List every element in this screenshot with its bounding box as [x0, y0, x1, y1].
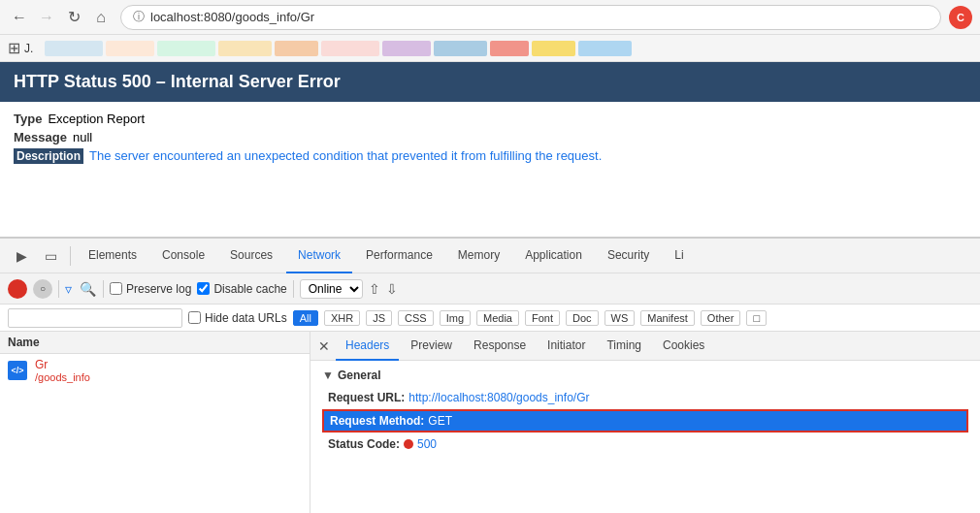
tab-elements[interactable]: Elements [77, 239, 148, 273]
forward-button[interactable]: → [35, 6, 58, 29]
filter-type-font[interactable]: Font [525, 310, 560, 326]
filter-type-other[interactable]: Other [701, 310, 741, 326]
filter-type-ws[interactable]: WS [604, 310, 636, 326]
browser-toolbar: ← → ↻ ⌂ ⓘ localhost:8080/goods_info/Gr C [0, 0, 980, 35]
details-content: ▼ General Request URL: http://localhost:… [310, 361, 980, 513]
chrome-icon: C [949, 6, 972, 29]
message-label: Message [14, 130, 67, 144]
message-value: null [73, 130, 92, 144]
filter-input[interactable] [8, 308, 182, 328]
error-title: HTTP Status 500 – Internal Server Error [14, 72, 341, 91]
toolbar-separator-2 [103, 280, 104, 298]
toolbar-separator-3 [293, 280, 294, 298]
tab-sources[interactable]: Sources [218, 239, 284, 273]
tab-lighthouse[interactable]: Li [663, 239, 695, 273]
filter-type-all[interactable]: All [293, 310, 318, 326]
filter-type-js[interactable]: JS [366, 310, 392, 326]
status-code-row: Status Code: 500 [322, 434, 968, 454]
bookmark-block [275, 41, 318, 56]
network-table: Name </> Gr /goods_info ✕ Headers P [0, 332, 980, 513]
devtools-network-toolbar: ○ ▿ 🔍 Preserve log Disable cache Online … [0, 273, 980, 305]
detail-tab-cookies[interactable]: Cookies [653, 332, 714, 361]
filter-type-css[interactable]: CSS [398, 310, 434, 326]
filter-bar: Hide data URLs All XHR JS CSS Img Media … [0, 305, 980, 332]
collapse-arrow[interactable]: ▼ [322, 369, 334, 382]
back-button[interactable]: ← [8, 6, 31, 29]
hide-data-urls-label[interactable]: Hide data URLs [188, 311, 287, 325]
preserve-log-label[interactable]: Preserve log [110, 282, 191, 296]
bookmark-block [490, 41, 529, 56]
network-details-panel: ✕ Headers Preview Response Initiator Tim… [310, 332, 980, 513]
bookmark-label: J. [24, 42, 33, 55]
bookmark-bar: ⊞ J. [0, 35, 980, 62]
status-dot [404, 439, 413, 449]
error-header: HTTP Status 500 – Internal Server Error [0, 62, 980, 102]
throttling-select[interactable]: Online [300, 279, 363, 299]
request-url-value: http://localhost:8080/goods_info/Gr [408, 391, 589, 404]
bookmark-block [157, 41, 215, 56]
clear-button[interactable]: ○ [33, 279, 52, 299]
filter-type-manifest[interactable]: Manifest [640, 310, 695, 326]
status-code-label: Status Code: [328, 437, 400, 451]
file-info: Gr /goods_info [35, 358, 90, 383]
detail-tab-initiator[interactable]: Initiator [538, 332, 595, 361]
close-details-button[interactable]: ✕ [314, 337, 334, 356]
apps-icon[interactable]: ⊞ [8, 39, 20, 57]
tab-network[interactable]: Network [286, 239, 352, 273]
request-url-label: Request URL: [328, 391, 405, 404]
tab-security[interactable]: Security [596, 239, 661, 273]
request-method-value: GET [428, 414, 452, 428]
bookmark-block [382, 41, 431, 56]
search-button[interactable]: 🔍 [78, 279, 97, 299]
filter-icon: ▿ [65, 281, 72, 297]
tab-memory[interactable]: Memory [446, 239, 511, 273]
hide-data-urls-checkbox[interactable] [188, 311, 201, 324]
description-value: The server encountered an unexpected con… [89, 148, 602, 163]
description-line: Description The server encountered an un… [14, 148, 966, 164]
tab-performance[interactable]: Performance [354, 239, 444, 273]
filter-type-extra[interactable]: □ [746, 310, 767, 326]
preserve-log-checkbox[interactable] [110, 282, 122, 295]
type-label: Type [14, 112, 42, 126]
detail-tab-preview[interactable]: Preview [401, 332, 462, 361]
filter-type-xhr[interactable]: XHR [324, 310, 360, 326]
error-body: Type Exception Report Message null Descr… [0, 102, 980, 177]
inspect-element-button[interactable]: ▶ [8, 242, 35, 270]
nav-buttons: ← → ↻ ⌂ [8, 6, 113, 29]
disable-cache-label[interactable]: Disable cache [197, 282, 286, 296]
bookmark-block [532, 41, 575, 56]
address-bar[interactable]: ⓘ localhost:8080/goods_info/Gr [120, 5, 941, 30]
disable-cache-checkbox[interactable] [197, 282, 210, 295]
bookmark-color-blocks [45, 41, 972, 56]
filter-type-doc[interactable]: Doc [566, 310, 599, 326]
bookmark-block [45, 41, 103, 56]
network-row[interactable]: </> Gr /goods_info [0, 354, 310, 387]
toolbar-separator [58, 280, 59, 298]
detail-tab-response[interactable]: Response [464, 332, 536, 361]
bookmark-block [321, 41, 379, 56]
type-value: Exception Report [48, 112, 145, 126]
record-button[interactable] [8, 279, 27, 299]
upload-button[interactable]: ⇧ [369, 281, 380, 297]
network-name-panel: Name </> Gr /goods_info [0, 332, 310, 513]
bookmark-block [434, 41, 487, 56]
tab-console[interactable]: Console [150, 239, 216, 273]
reload-button[interactable]: ↻ [62, 6, 85, 29]
detail-tab-timing[interactable]: Timing [597, 332, 651, 361]
filter-type-media[interactable]: Media [476, 310, 519, 326]
name-column-header: Name [0, 332, 310, 354]
status-code-value: 500 [404, 437, 437, 451]
filter-type-img[interactable]: Img [440, 310, 471, 326]
request-method-row: Request Method: GET [322, 409, 968, 433]
type-line: Type Exception Report [14, 112, 966, 126]
file-path: /goods_info [35, 371, 90, 383]
tab-application[interactable]: Application [513, 239, 594, 273]
bookmark-block [578, 41, 632, 56]
download-button[interactable]: ⇩ [386, 281, 398, 297]
lock-icon: ⓘ [133, 9, 145, 25]
url-text: localhost:8080/goods_info/Gr [150, 10, 314, 24]
request-url-row: Request URL: http://localhost:8080/goods… [322, 388, 968, 407]
device-toolbar-button[interactable]: ▭ [37, 242, 64, 270]
detail-tab-headers[interactable]: Headers [336, 332, 399, 361]
home-button[interactable]: ⌂ [89, 6, 113, 29]
